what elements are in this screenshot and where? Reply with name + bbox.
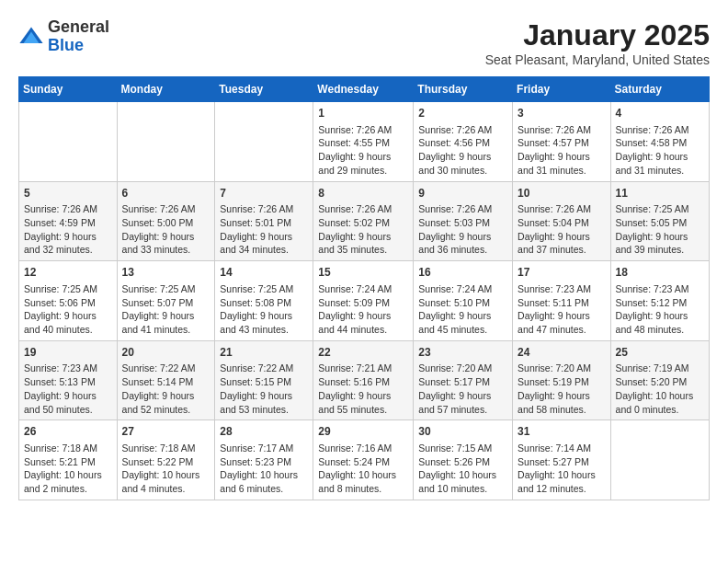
day-info: Sunrise: 7:26 AM Sunset: 4:55 PM Dayligh… bbox=[318, 123, 408, 178]
day-number: 26 bbox=[24, 424, 112, 440]
day-number: 11 bbox=[616, 186, 704, 201]
page-header: General Blue January 2025 Seat Pleasant,… bbox=[18, 18, 710, 67]
calendar-cell: 12Sunrise: 7:25 AM Sunset: 5:06 PM Dayli… bbox=[19, 261, 118, 341]
day-number: 30 bbox=[418, 424, 507, 440]
day-info: Sunrise: 7:15 AM Sunset: 5:26 PM Dayligh… bbox=[418, 442, 507, 496]
weekday-header: Sunday bbox=[19, 77, 118, 102]
calendar-cell bbox=[610, 420, 709, 500]
day-info: Sunrise: 7:14 AM Sunset: 5:27 PM Dayligh… bbox=[518, 442, 606, 496]
day-number: 5 bbox=[24, 186, 112, 201]
location-title: Seat Pleasant, Maryland, United States bbox=[485, 52, 710, 67]
logo-blue: Blue bbox=[48, 37, 109, 55]
calendar-cell: 14Sunrise: 7:25 AM Sunset: 5:08 PM Dayli… bbox=[215, 261, 313, 341]
day-info: Sunrise: 7:18 AM Sunset: 5:22 PM Dayligh… bbox=[122, 442, 210, 496]
calendar-cell bbox=[215, 102, 313, 182]
day-info: Sunrise: 7:26 AM Sunset: 5:02 PM Dayligh… bbox=[318, 202, 408, 257]
logo-icon bbox=[18, 24, 44, 50]
day-info: Sunrise: 7:25 AM Sunset: 5:08 PM Dayligh… bbox=[220, 282, 308, 337]
calendar-cell: 3Sunrise: 7:26 AM Sunset: 4:57 PM Daylig… bbox=[513, 102, 611, 182]
weekday-header: Thursday bbox=[414, 77, 513, 102]
day-info: Sunrise: 7:16 AM Sunset: 5:24 PM Dayligh… bbox=[318, 442, 408, 496]
day-info: Sunrise: 7:26 AM Sunset: 4:58 PM Dayligh… bbox=[616, 123, 704, 178]
calendar-cell: 5Sunrise: 7:26 AM Sunset: 4:59 PM Daylig… bbox=[19, 181, 118, 261]
day-info: Sunrise: 7:26 AM Sunset: 4:59 PM Dayligh… bbox=[24, 202, 112, 257]
calendar-cell bbox=[19, 102, 118, 182]
day-number: 2 bbox=[418, 106, 507, 121]
calendar-week-row: 12Sunrise: 7:25 AM Sunset: 5:06 PM Dayli… bbox=[19, 261, 710, 341]
day-number: 29 bbox=[318, 424, 408, 440]
calendar-week-row: 26Sunrise: 7:18 AM Sunset: 5:21 PM Dayli… bbox=[19, 420, 710, 500]
day-number: 20 bbox=[122, 345, 210, 361]
day-number: 12 bbox=[24, 265, 112, 281]
day-number: 31 bbox=[518, 424, 606, 440]
calendar-cell: 13Sunrise: 7:25 AM Sunset: 5:07 PM Dayli… bbox=[117, 261, 215, 341]
day-info: Sunrise: 7:25 AM Sunset: 5:05 PM Dayligh… bbox=[616, 202, 704, 257]
calendar-cell: 18Sunrise: 7:23 AM Sunset: 5:12 PM Dayli… bbox=[610, 261, 709, 341]
day-info: Sunrise: 7:26 AM Sunset: 4:56 PM Dayligh… bbox=[418, 123, 507, 178]
day-info: Sunrise: 7:26 AM Sunset: 5:00 PM Dayligh… bbox=[122, 202, 210, 257]
calendar-cell: 8Sunrise: 7:26 AM Sunset: 5:02 PM Daylig… bbox=[313, 181, 414, 261]
day-info: Sunrise: 7:26 AM Sunset: 5:03 PM Dayligh… bbox=[418, 202, 507, 257]
day-number: 22 bbox=[318, 345, 408, 361]
day-number: 18 bbox=[616, 265, 704, 281]
day-number: 1 bbox=[318, 106, 408, 121]
day-number: 9 bbox=[418, 186, 507, 201]
calendar-cell: 15Sunrise: 7:24 AM Sunset: 5:09 PM Dayli… bbox=[313, 261, 414, 341]
calendar-cell: 20Sunrise: 7:22 AM Sunset: 5:14 PM Dayli… bbox=[117, 340, 215, 420]
calendar-cell: 31Sunrise: 7:14 AM Sunset: 5:27 PM Dayli… bbox=[513, 420, 611, 500]
day-number: 16 bbox=[418, 265, 507, 281]
day-info: Sunrise: 7:21 AM Sunset: 5:16 PM Dayligh… bbox=[318, 362, 408, 416]
day-number: 17 bbox=[518, 265, 606, 281]
day-info: Sunrise: 7:26 AM Sunset: 5:01 PM Dayligh… bbox=[220, 202, 308, 257]
day-info: Sunrise: 7:22 AM Sunset: 5:14 PM Dayligh… bbox=[122, 362, 210, 416]
calendar-cell: 27Sunrise: 7:18 AM Sunset: 5:22 PM Dayli… bbox=[117, 420, 215, 500]
calendar-cell: 25Sunrise: 7:19 AM Sunset: 5:20 PM Dayli… bbox=[610, 340, 709, 420]
day-number: 4 bbox=[616, 106, 704, 121]
logo-general: General bbox=[48, 18, 109, 37]
calendar-cell: 28Sunrise: 7:17 AM Sunset: 5:23 PM Dayli… bbox=[215, 420, 313, 500]
month-title: January 2025 bbox=[485, 18, 710, 52]
calendar-cell: 21Sunrise: 7:22 AM Sunset: 5:15 PM Dayli… bbox=[215, 340, 313, 420]
weekday-header-row: SundayMondayTuesdayWednesdayThursdayFrid… bbox=[19, 77, 710, 102]
day-info: Sunrise: 7:26 AM Sunset: 5:04 PM Dayligh… bbox=[518, 202, 606, 257]
weekday-header: Wednesday bbox=[313, 77, 414, 102]
calendar-cell: 22Sunrise: 7:21 AM Sunset: 5:16 PM Dayli… bbox=[313, 340, 414, 420]
calendar-cell: 30Sunrise: 7:15 AM Sunset: 5:26 PM Dayli… bbox=[414, 420, 513, 500]
day-number: 8 bbox=[318, 186, 408, 201]
day-number: 7 bbox=[220, 186, 308, 201]
day-info: Sunrise: 7:17 AM Sunset: 5:23 PM Dayligh… bbox=[220, 442, 308, 496]
day-info: Sunrise: 7:20 AM Sunset: 5:17 PM Dayligh… bbox=[418, 362, 507, 416]
day-number: 28 bbox=[220, 424, 308, 440]
day-number: 15 bbox=[318, 265, 408, 281]
weekday-header: Friday bbox=[513, 77, 611, 102]
day-info: Sunrise: 7:20 AM Sunset: 5:19 PM Dayligh… bbox=[518, 362, 606, 416]
calendar-cell: 26Sunrise: 7:18 AM Sunset: 5:21 PM Dayli… bbox=[19, 420, 118, 500]
title-block: January 2025 Seat Pleasant, Maryland, Un… bbox=[485, 18, 710, 67]
calendar-cell: 11Sunrise: 7:25 AM Sunset: 5:05 PM Dayli… bbox=[610, 181, 709, 261]
day-info: Sunrise: 7:24 AM Sunset: 5:09 PM Dayligh… bbox=[318, 282, 408, 337]
day-info: Sunrise: 7:26 AM Sunset: 4:57 PM Dayligh… bbox=[518, 123, 606, 178]
day-info: Sunrise: 7:19 AM Sunset: 5:20 PM Dayligh… bbox=[616, 362, 704, 416]
calendar-cell bbox=[117, 102, 215, 182]
day-info: Sunrise: 7:24 AM Sunset: 5:10 PM Dayligh… bbox=[418, 282, 507, 337]
day-number: 27 bbox=[122, 424, 210, 440]
day-number: 23 bbox=[418, 345, 507, 361]
day-number: 10 bbox=[518, 186, 606, 201]
calendar-cell: 23Sunrise: 7:20 AM Sunset: 5:17 PM Dayli… bbox=[414, 340, 513, 420]
day-info: Sunrise: 7:23 AM Sunset: 5:11 PM Dayligh… bbox=[518, 282, 606, 337]
day-info: Sunrise: 7:25 AM Sunset: 5:07 PM Dayligh… bbox=[122, 282, 210, 337]
calendar: SundayMondayTuesdayWednesdayThursdayFrid… bbox=[18, 76, 710, 500]
day-info: Sunrise: 7:25 AM Sunset: 5:06 PM Dayligh… bbox=[24, 282, 112, 337]
day-info: Sunrise: 7:23 AM Sunset: 5:12 PM Dayligh… bbox=[616, 282, 704, 337]
calendar-cell: 6Sunrise: 7:26 AM Sunset: 5:00 PM Daylig… bbox=[117, 181, 215, 261]
calendar-cell: 19Sunrise: 7:23 AM Sunset: 5:13 PM Dayli… bbox=[19, 340, 118, 420]
day-number: 3 bbox=[518, 106, 606, 121]
day-number: 6 bbox=[122, 186, 210, 201]
day-number: 14 bbox=[220, 265, 308, 281]
weekday-header: Saturday bbox=[610, 77, 709, 102]
logo-text: General Blue bbox=[48, 18, 109, 55]
calendar-cell: 4Sunrise: 7:26 AM Sunset: 4:58 PM Daylig… bbox=[610, 102, 709, 182]
calendar-cell: 7Sunrise: 7:26 AM Sunset: 5:01 PM Daylig… bbox=[215, 181, 313, 261]
calendar-cell: 1Sunrise: 7:26 AM Sunset: 4:55 PM Daylig… bbox=[313, 102, 414, 182]
calendar-cell: 16Sunrise: 7:24 AM Sunset: 5:10 PM Dayli… bbox=[414, 261, 513, 341]
